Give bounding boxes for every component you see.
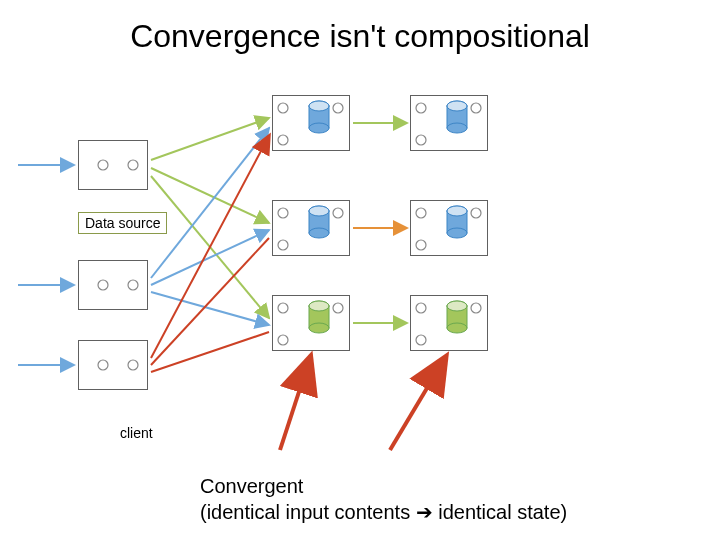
svg-line-29 bbox=[151, 176, 269, 318]
svg-point-7 bbox=[447, 101, 467, 111]
svg-line-31 bbox=[151, 230, 269, 285]
caption-line-2: (identical input contents ➔ identical st… bbox=[200, 500, 567, 524]
svg-line-33 bbox=[151, 136, 269, 358]
svg-point-10 bbox=[309, 228, 329, 238]
svg-line-39 bbox=[280, 358, 310, 450]
svg-point-2 bbox=[309, 123, 329, 133]
node-left-3 bbox=[78, 340, 148, 390]
svg-line-32 bbox=[151, 292, 269, 325]
svg-line-35 bbox=[151, 332, 269, 372]
client-label: client bbox=[120, 425, 153, 441]
cylinder-icon bbox=[446, 100, 468, 136]
svg-line-28 bbox=[151, 168, 269, 223]
data-source-label: Data source bbox=[78, 212, 167, 234]
cylinder-icon bbox=[446, 300, 468, 336]
svg-point-23 bbox=[447, 301, 467, 311]
svg-point-6 bbox=[447, 123, 467, 133]
svg-line-27 bbox=[151, 118, 269, 160]
cylinder-icon bbox=[446, 205, 468, 241]
svg-line-40 bbox=[390, 358, 445, 450]
node-left-2 bbox=[78, 260, 148, 310]
cylinder-icon bbox=[308, 100, 330, 136]
svg-point-14 bbox=[447, 228, 467, 238]
caption-line-1: Convergent bbox=[200, 475, 303, 498]
svg-line-30 bbox=[151, 128, 269, 278]
slide-title: Convergence isn't compositional bbox=[0, 18, 720, 55]
svg-line-34 bbox=[151, 238, 269, 365]
svg-point-18 bbox=[309, 323, 329, 333]
cylinder-icon bbox=[308, 205, 330, 241]
node-left-1 bbox=[78, 140, 148, 190]
svg-point-22 bbox=[447, 323, 467, 333]
svg-point-19 bbox=[309, 301, 329, 311]
svg-point-3 bbox=[309, 101, 329, 111]
svg-point-11 bbox=[309, 206, 329, 216]
svg-point-15 bbox=[447, 206, 467, 216]
cylinder-icon bbox=[308, 300, 330, 336]
